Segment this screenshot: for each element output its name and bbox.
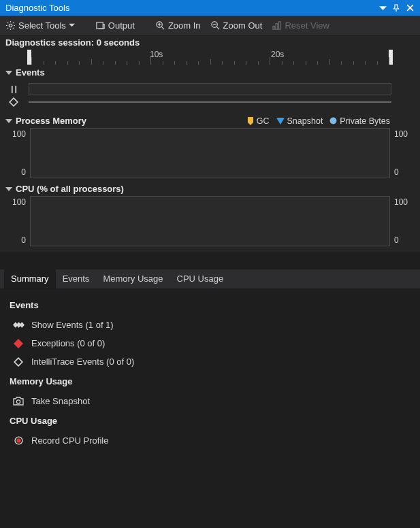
zoom-out-button[interactable]: Zoom Out (209, 19, 264, 32)
cpu-chart[interactable] (30, 196, 390, 246)
select-tools-label: Select Tools (18, 20, 66, 31)
svg-point-20 (16, 438, 21, 443)
zoom-in-label: Zoom In (168, 20, 201, 31)
exception-diamond-icon (12, 339, 25, 348)
svg-rect-12 (273, 26, 275, 29)
close-icon[interactable] (404, 2, 416, 14)
intellitrace-diamond-icon (12, 357, 25, 367)
cpu-section-header[interactable]: CPU (% of all processors) (0, 181, 420, 196)
ruler-label-20s: 20s (271, 50, 284, 59)
ruler-label-10s: 10s (150, 50, 163, 59)
pause-icon (5, 85, 22, 94)
detail-tabs: Summary Events Memory Usage CPU Usage (0, 269, 420, 289)
svg-point-18 (16, 400, 20, 403)
legend-private-bytes: Private Bytes (329, 116, 390, 126)
zoom-out-icon (210, 20, 221, 31)
svg-point-17 (330, 118, 337, 125)
memory-section-header[interactable]: Process Memory GC Snapshot Private Bytes (0, 113, 420, 128)
pin-icon[interactable] (390, 2, 402, 14)
memory-section-title: Process Memory (16, 116, 86, 126)
detail-events-title: Events (5, 295, 415, 316)
chevron-down-icon (69, 22, 75, 29)
detail-cpu-title: CPU Usage (5, 410, 415, 431)
collapse-arrow-icon (5, 187, 12, 191)
reset-view-icon (272, 20, 282, 31)
reset-view-button: Reset View (270, 19, 331, 32)
window-title: Diagnostic Tools (5, 3, 375, 13)
zoom-out-label: Zoom Out (223, 20, 263, 31)
svg-line-6 (161, 27, 164, 29)
detail-memory-title: Memory Usage (5, 371, 415, 392)
svg-rect-14 (279, 21, 281, 29)
diamond-icon (5, 97, 22, 107)
take-snapshot-label: Take Snapshot (31, 396, 90, 406)
memory-axis-left: 1000 (5, 128, 30, 178)
svg-rect-4 (97, 22, 103, 28)
show-events-label: Show Events (1 of 1) (31, 320, 114, 330)
output-label: Output (108, 20, 135, 31)
record-icon (12, 436, 25, 445)
memory-chart[interactable] (30, 128, 390, 178)
events-lane-intellitrace[interactable] (29, 101, 391, 103)
take-snapshot-link[interactable]: Take Snapshot (5, 392, 415, 410)
svg-line-10 (216, 27, 219, 29)
collapse-arrow-icon (5, 119, 12, 123)
events-lane-break[interactable] (29, 83, 391, 95)
camera-icon (12, 397, 25, 406)
events-section-header[interactable]: Events (0, 65, 420, 80)
session-label: Diagnostics session: 0 seconds (0, 35, 420, 50)
tab-memory-usage[interactable]: Memory Usage (96, 269, 169, 288)
exceptions-label: Exceptions (0 of 0) (31, 338, 105, 348)
time-ruler[interactable]: 10s 20s {} (0, 50, 420, 65)
output-button[interactable]: Output (94, 19, 136, 32)
cpu-axis-left: 1000 (5, 196, 30, 246)
output-icon (95, 20, 106, 31)
cpu-section-title: CPU (% of all processors) (16, 184, 124, 194)
cpu-axis-right: 1000 (390, 196, 415, 246)
stacked-diamonds-icon (12, 320, 25, 329)
memory-axis-right: 1000 (390, 128, 415, 178)
legend-snapshot: Snapshot (276, 116, 323, 126)
svg-point-3 (9, 24, 12, 27)
exceptions-link[interactable]: Exceptions (0 of 0) (5, 334, 415, 352)
select-tools-button[interactable]: Select Tools (4, 19, 76, 32)
intellitrace-link[interactable]: IntelliTrace Events (0 of 0) (5, 352, 415, 371)
svg-rect-13 (276, 23, 278, 29)
reset-view-label: Reset View (285, 20, 329, 31)
tab-summary[interactable]: Summary (4, 269, 56, 288)
window-menu-icon[interactable] (376, 2, 389, 14)
record-cpu-label: Record CPU Profile (31, 435, 108, 446)
events-section-title: Events (16, 67, 45, 78)
record-cpu-link[interactable]: Record CPU Profile (5, 431, 415, 450)
legend-gc: GC (247, 116, 270, 126)
gear-icon (5, 20, 16, 31)
zoom-in-button[interactable]: Zoom In (154, 19, 202, 32)
zoom-in-icon (155, 20, 165, 31)
intellitrace-label: IntelliTrace Events (0 of 0) (31, 357, 134, 367)
collapse-arrow-icon (5, 71, 12, 75)
tab-cpu-usage[interactable]: CPU Usage (170, 269, 231, 288)
tab-events[interactable]: Events (56, 269, 97, 288)
show-events-link[interactable]: Show Events (1 of 1) (5, 316, 415, 334)
